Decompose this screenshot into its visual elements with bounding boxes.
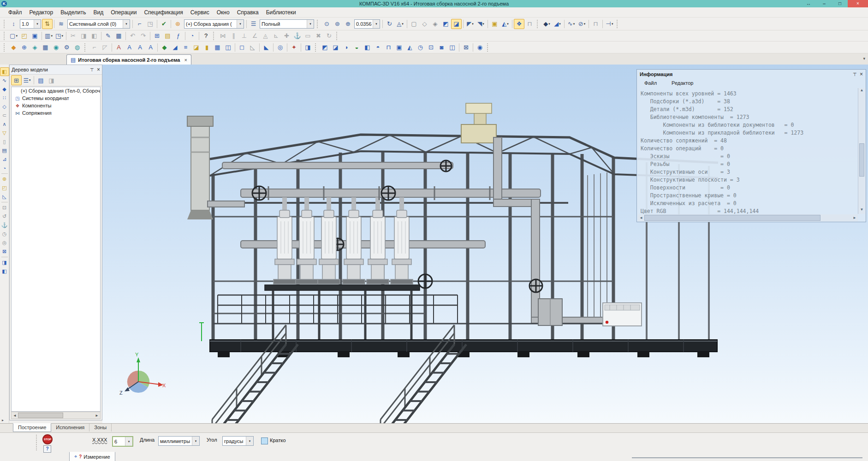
chevron-down-icon[interactable]: ▾ [34, 20, 41, 28]
mode-tab-Зоны[interactable]: Зоны [89, 424, 112, 431]
report-doc-icon[interactable]: ▤ [0, 146, 9, 155]
display-list-icon[interactable]: ☰ [248, 19, 259, 29]
menu-Окно[interactable]: Окно [213, 8, 233, 17]
service-tools-icon[interactable]: ◈ [30, 42, 40, 53]
frame-pointer-icon[interactable]: ⌐ [89, 42, 100, 53]
mate-perpendicular-icon[interactable]: ⊥ [239, 31, 250, 41]
scroll-right-icon[interactable]: ► [851, 216, 858, 220]
context-help-icon[interactable]: ? [201, 31, 211, 41]
filter-icon[interactable]: ▽ [0, 129, 9, 137]
rebuild-check-icon[interactable]: ✔ [159, 19, 169, 29]
add-from-file-icon[interactable]: ◰ [0, 183, 9, 192]
fix-icon[interactable]: ⚓ [0, 221, 9, 230]
library-manager-icon[interactable]: ◆ [8, 42, 19, 53]
menu-Редактор[interactable]: Редактор [668, 79, 697, 87]
texture-view-icon[interactable]: ◆▾ [541, 19, 552, 29]
plane-icon[interactable]: ◢ [170, 42, 180, 53]
curves-icon[interactable]: ∿▾ [566, 19, 577, 29]
menu-Библиотеки[interactable]: Библиотеки [262, 8, 300, 17]
hidden-thin-icon[interactable]: ◈ [430, 19, 440, 29]
specification-icon[interactable]: ▯ [0, 137, 9, 146]
section-view-icon[interactable]: ◭▾ [500, 19, 511, 29]
layer-combo[interactable]: Системный слой (0)▾ [67, 19, 130, 29]
dimensions-panel-icon[interactable]: ▣ [489, 19, 500, 29]
viewport-3d[interactable]: X Y Z Информация ⊥ × ФайлРедактор Компон… [102, 65, 868, 423]
settings-icon[interactable]: ⚙ [61, 42, 72, 53]
tree-item[interactable]: ⋈Сопряжения [12, 109, 100, 117]
wireframe-icon[interactable]: ▢ [409, 19, 419, 29]
precision-combo[interactable]: 6▾ [112, 436, 133, 447]
lock-icon[interactable]: ⊠ [461, 42, 471, 53]
prism-icon[interactable]: ◺ [247, 42, 258, 53]
sketch-icon[interactable]: ◣ [261, 42, 272, 53]
loft-icon[interactable]: ◑ [341, 42, 351, 53]
draft-icon[interactable]: ◭ [404, 42, 415, 53]
revolve-icon[interactable]: ◪ [330, 42, 341, 53]
copy-icon[interactable]: ◨ [78, 31, 89, 41]
scroll-left-icon[interactable]: ◄ [12, 414, 18, 418]
copy-properties-icon[interactable]: ✎ [103, 31, 113, 41]
grid-icon[interactable]: ▦ [212, 42, 223, 53]
collision-icon[interactable]: ◎ [0, 238, 9, 247]
measure-icon[interactable]: ⊿ [0, 155, 9, 164]
dependencies-icon[interactable]: ◷ [0, 230, 9, 238]
web-help-icon[interactable]: ◍ [72, 42, 83, 53]
component-combo[interactable]: (+) Сборка здания (▾ [184, 19, 244, 29]
tree-report-icon[interactable]: ◨ [46, 75, 57, 85]
doc-copy-icon[interactable]: ◨ [303, 42, 313, 53]
points-array-icon[interactable]: ∷ [0, 94, 9, 102]
mode-tab-Построение[interactable]: Построение [13, 423, 51, 432]
hole-icon[interactable]: ⊡ [426, 42, 436, 53]
rounding-toggle-icon[interactable]: ⇅ [42, 19, 53, 29]
area-pointer-icon[interactable]: ◸ [100, 42, 110, 53]
rebuild-icon[interactable]: ↻ [324, 31, 334, 41]
shell-icon[interactable]: ▣ [394, 42, 404, 53]
menu-Редактор[interactable]: Редактор [26, 8, 57, 17]
scroll-up-icon[interactable]: ▲ [858, 88, 865, 95]
detail-level-combo[interactable]: Полный▾ [260, 19, 314, 29]
copy-component-icon[interactable]: ◨ [0, 258, 9, 267]
mate-tangent-icon[interactable]: ◬ [260, 31, 271, 41]
layout-icon[interactable]: ◫ [223, 42, 233, 53]
object-search-icon[interactable]: ◉ [51, 42, 61, 53]
cut-icon[interactable]: ✂ [68, 31, 78, 41]
select-filter-icon[interactable]: ◤▾ [465, 19, 476, 29]
annotation-d-icon[interactable]: A [145, 42, 156, 53]
mate-parallel-icon[interactable]: ∥ [228, 31, 239, 41]
redo-icon[interactable]: ↷ [138, 31, 149, 41]
extrude-icon[interactable]: ◩ [320, 42, 330, 53]
scroll-thumb[interactable] [18, 413, 63, 418]
window-resize-button[interactable]: ↔ [801, 0, 816, 7]
pin-icon[interactable]: ⊥ [853, 72, 857, 77]
chevron-down-icon[interactable]: ▾ [373, 20, 380, 28]
parambar-help-button[interactable]: ? [43, 445, 51, 453]
document-tab[interactable]: ▤ Итоговая сборка насосной 2-го подъема … [66, 54, 191, 65]
annotation-b-icon[interactable]: A [124, 42, 135, 53]
tree-doc-icon[interactable]: ▤ [36, 75, 46, 85]
monitor-icon[interactable]: ◻ [237, 42, 247, 53]
window-minimize-button[interactable]: – [816, 0, 832, 7]
units-icon[interactable]: ◔ [187, 31, 197, 41]
window-maximize-button[interactable]: □ [832, 0, 848, 7]
menu-Спецификация[interactable]: Спецификация [140, 8, 186, 17]
mate-distance-icon[interactable]: ⊾ [271, 31, 281, 41]
scroll-down-icon[interactable]: ▼ [858, 207, 865, 214]
scroll-thumb[interactable] [859, 143, 864, 177]
mode-tab-Исполнения[interactable]: Исполнения [51, 424, 89, 431]
move-component-icon[interactable]: ⊡ [0, 203, 9, 212]
scroll-left-icon[interactable]: ◄ [638, 216, 644, 220]
fillet-icon[interactable]: ◷ [415, 42, 426, 53]
spline-icon[interactable]: ∿ [0, 76, 9, 85]
tree-item[interactable]: ❖Компоненты [12, 102, 100, 109]
rotate-icon[interactable]: ↻ [384, 19, 395, 29]
information-vscrollbar[interactable]: ▲ ▼ [858, 88, 865, 214]
mate-coincident-icon[interactable]: ⋈ [218, 31, 228, 41]
zoom-all-icon[interactable]: ⊚ [332, 19, 343, 29]
zoom-in-icon[interactable]: ⊕ [343, 19, 353, 29]
pattern-icon[interactable]: ◙ [436, 42, 447, 53]
spreadsheet-icon[interactable]: ▦ [113, 31, 124, 41]
menu-Файл[interactable]: Файл [5, 8, 26, 17]
shaded-edges-icon[interactable]: ◪ [451, 19, 462, 29]
length-units-combo[interactable]: миллиметры▾ [158, 436, 200, 446]
window-close-button[interactable]: × [848, 0, 868, 7]
